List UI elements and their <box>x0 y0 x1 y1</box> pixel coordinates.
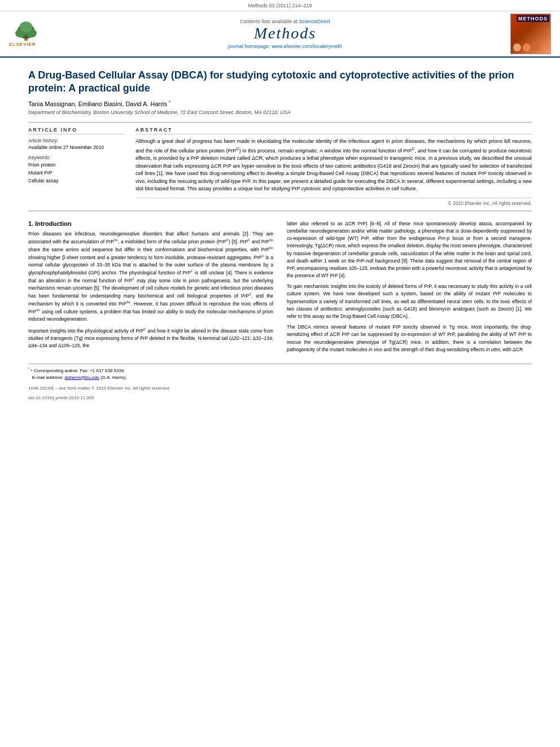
intro-para-2: Important insights into the physiologica… <box>28 327 273 350</box>
history-heading: Article history: <box>28 138 124 143</box>
footnotes-section: * * Corresponding author. Fax: +1 617 63… <box>28 364 532 400</box>
info-abstract-section: ARTICLE INFO Article history: Available … <box>28 127 532 206</box>
top-header-bar: Methods 53 (2011) 214–219 <box>0 0 560 11</box>
body-left-col: 1. Introduction Prion diseases are infec… <box>28 220 273 357</box>
email-author: (D.A. Harris). <box>100 375 127 380</box>
authors-text: Tania Massignan, Emiliano Biasini, David… <box>28 101 170 107</box>
copyright-notice: © 2010 Elsevier Inc. All rights reserved… <box>135 198 532 206</box>
divider-1 <box>28 122 532 123</box>
keyword-3: Cellular assay <box>28 177 124 185</box>
issn-line: 1046-2023/$ – see front matter © 2010 El… <box>28 386 532 391</box>
intro-heading: 1. Introduction <box>28 220 273 227</box>
abstract-col: ABSTRACT Although a great deal of progre… <box>135 127 532 206</box>
body-section: 1. Introduction Prion diseases are infec… <box>28 220 532 357</box>
keyword-2: Mutant PrP <box>28 169 124 177</box>
elsevier-tree-icon <box>9 21 43 42</box>
elsevier-logo: ELSEVIER <box>9 20 60 48</box>
article-info-col: ARTICLE INFO Article history: Available … <box>28 127 124 206</box>
email-footnote: E-mail address: daharris@bu.edu (D.A. Ha… <box>28 374 532 381</box>
abstract-text: Although a great deal of progress has be… <box>135 138 532 193</box>
corresponding-footnote: * * Corresponding author. Fax: +1 617 63… <box>28 366 532 374</box>
right-para-3: The DBCA mimics several features of muta… <box>287 324 532 353</box>
journal-name-display: Methods <box>60 24 510 42</box>
sciencedirect-link[interactable]: ScienceDirect <box>299 19 331 24</box>
methods-cover-image: METHODS <box>510 14 551 54</box>
homepage-line: journal homepage: www.elsevier.com/locat… <box>60 43 510 49</box>
elsevier-brand-text: ELSEVIER <box>9 42 36 47</box>
right-para-1: latter also referred to as ΔCR PrP) [6–8… <box>287 220 532 279</box>
intro-para-1: Prion diseases are infectious, neurodege… <box>28 230 273 324</box>
banner-center: Contents lists available at ScienceDirec… <box>60 19 510 49</box>
right-para-2: To gain mechanistic insights into the to… <box>287 283 532 320</box>
abstract-label: ABSTRACT <box>135 127 532 134</box>
divider-2 <box>28 211 532 211</box>
keyword-1: Prion protein <box>28 161 124 169</box>
methods-cover-label: METHODS <box>517 15 549 22</box>
sciencedirect-line: Contents lists available at ScienceDirec… <box>60 19 510 24</box>
cover-decoration <box>513 43 540 51</box>
article-title: A Drug-Based Cellular Assay (DBCA) for s… <box>28 69 532 95</box>
journal-reference: Methods 53 (2011) 214–219 <box>248 3 312 8</box>
body-right-col: latter also referred to as ΔCR PrP) [6–8… <box>287 220 532 357</box>
main-content: A Drug-Based Cellular Assay (DBCA) for s… <box>0 58 560 412</box>
keywords-list: Prion protein Mutant PrP Cellular assay <box>28 161 124 185</box>
authors-line: Tania Massignan, Emiliano Biasini, David… <box>28 100 532 108</box>
email-label: E-mail address: <box>32 375 64 380</box>
article-info-label: ARTICLE INFO <box>28 127 124 134</box>
svg-point-4 <box>20 21 33 32</box>
keywords-heading: Keywords: <box>28 155 124 160</box>
journal-banner: ELSEVIER Contents lists available at Sci… <box>0 11 560 58</box>
homepage-link[interactable]: journal homepage: www.elsevier.com/locat… <box>228 43 342 49</box>
email-link[interactable]: daharris@bu.edu <box>64 375 99 380</box>
affiliation-text: Department of Biochemistry, Boston Unive… <box>28 110 532 115</box>
doi-line: doi:10.1016/j.ymeth.2010.11.005 <box>28 395 532 400</box>
available-online-text: Available online 27 November 2010 <box>28 145 124 151</box>
